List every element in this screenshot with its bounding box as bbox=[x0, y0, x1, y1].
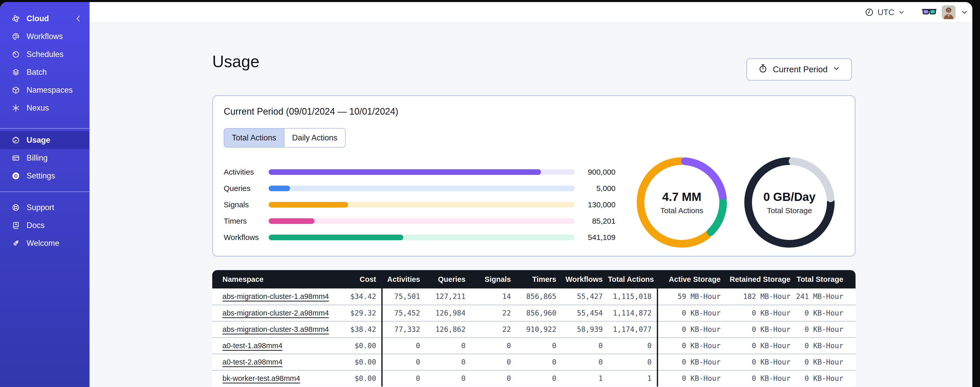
sidebar-item-support[interactable]: Support bbox=[0, 198, 89, 216]
table-cell: 0 bbox=[471, 337, 516, 354]
chevron-down-icon bbox=[832, 65, 840, 74]
table-cell: 0 KB-Hour bbox=[657, 305, 726, 321]
bar-track bbox=[269, 186, 575, 191]
column-header-activities: Activities bbox=[382, 270, 425, 288]
total-actions-label: Total Actions bbox=[660, 206, 703, 215]
sidebar-item-workflows[interactable]: Workflows bbox=[0, 27, 89, 45]
sidebar-account-group: UsageBillingSettings bbox=[0, 129, 89, 192]
table-cell: 0 KB-Hour bbox=[657, 354, 726, 370]
table-cell: 0 KB-Hour bbox=[795, 354, 856, 370]
table-cell: 0 bbox=[516, 337, 562, 354]
table-cell: 0 KB-Hour bbox=[726, 370, 795, 387]
bar-category-label: Queries bbox=[224, 184, 269, 193]
batch-layers-icon bbox=[11, 68, 21, 77]
column-header-total-actions: Total Actions bbox=[608, 270, 657, 288]
tab-total-actions[interactable]: Total Actions bbox=[224, 129, 284, 147]
bar-row-queries: Queries5,000 bbox=[224, 180, 616, 197]
settings-gear-icon bbox=[11, 171, 21, 181]
column-header-workflows: Workflows bbox=[562, 270, 608, 288]
table-row: a0-test-1.a98mm4$0.000000000 KB-Hour0 KB… bbox=[212, 337, 856, 354]
table-row: bk-worker-test.a98mm4$0.000000110 KB-Hou… bbox=[212, 370, 856, 387]
bar-category-label: Signals bbox=[224, 200, 269, 209]
namespace-link[interactable]: bk-worker-test.a98mm4 bbox=[223, 374, 300, 382]
sidebar-item-cloud[interactable]: Cloud bbox=[0, 10, 89, 27]
bar-row-activities: Activities900,000 bbox=[224, 164, 616, 180]
table-cell: 0 bbox=[562, 354, 608, 370]
chevron-down-icon bbox=[898, 9, 905, 16]
table-cell: 0 KB-Hour bbox=[795, 305, 856, 321]
sidebar-item-label: Nexus bbox=[27, 103, 49, 113]
table-cell: 55,454 bbox=[562, 305, 608, 321]
table-cell: 0 bbox=[382, 337, 425, 354]
sidebar-item-label: Batch bbox=[27, 68, 47, 77]
namespace-usage-table: NamespaceCostActivitiesQueriesSignalsTim… bbox=[212, 270, 856, 387]
collapse-sidebar-icon[interactable] bbox=[74, 14, 83, 23]
bar-row-signals: Signals130,000 bbox=[224, 197, 616, 213]
table-cell: 22 bbox=[471, 305, 516, 321]
sidebar-item-billing[interactable]: Billing bbox=[0, 149, 89, 167]
table-cell: 77,332 bbox=[382, 321, 425, 337]
timezone-selector[interactable]: UTC bbox=[865, 8, 905, 17]
tab-daily-actions[interactable]: Daily Actions bbox=[284, 129, 345, 147]
namespace-link[interactable]: a0-test-2.a98mm4 bbox=[223, 358, 282, 366]
table-cell: 0 bbox=[562, 337, 608, 354]
total-storage-donut: 0 GB/Day Total Storage bbox=[740, 154, 838, 251]
usage-gauge-icon bbox=[11, 136, 21, 145]
bar-row-timers: Timers85,201 bbox=[224, 213, 616, 229]
column-header-signals: Signals bbox=[471, 270, 516, 288]
namespace-link[interactable]: a0-test-1.a98mm4 bbox=[223, 342, 282, 350]
table-cell: 0 KB-Hour bbox=[726, 305, 795, 321]
table-cell: 0 KB-Hour bbox=[726, 337, 795, 354]
table-cell: 0 KB-Hour bbox=[657, 370, 726, 387]
table-cell: 910,922 bbox=[516, 321, 562, 337]
table-cell: 0 KB-Hour bbox=[795, 370, 856, 387]
table-row: abs-migration-cluster-1.a98mm4$34.4275,5… bbox=[212, 288, 856, 305]
bar-category-label: Activities bbox=[224, 168, 269, 176]
table-cell: $0.00 bbox=[329, 354, 382, 370]
dev-glasses-icon[interactable] bbox=[922, 7, 937, 18]
sidebar-item-welcome[interactable]: Welcome bbox=[0, 234, 89, 252]
sidebar-item-namespaces[interactable]: Namespaces bbox=[0, 81, 89, 99]
bar-row-workflows: Workflows541,109 bbox=[224, 229, 616, 246]
docs-book-icon bbox=[11, 221, 21, 230]
period-selector-button[interactable]: Current Period bbox=[746, 58, 852, 81]
sidebar-item-batch[interactable]: Batch bbox=[0, 63, 89, 81]
workflows-spiral-icon bbox=[11, 32, 21, 41]
sidebar-item-label: Workflows bbox=[27, 32, 63, 41]
column-header-total-storage: Total Storage bbox=[795, 270, 856, 288]
column-header-timers: Timers bbox=[516, 270, 562, 288]
column-header-namespace: Namespace bbox=[212, 270, 329, 288]
sidebar-item-schedules[interactable]: Schedules bbox=[0, 45, 89, 63]
table-cell: $0.00 bbox=[329, 337, 382, 354]
table-cell: 14 bbox=[471, 288, 516, 305]
table-cell: 856,865 bbox=[516, 288, 562, 305]
sidebar-item-docs[interactable]: Docs bbox=[0, 216, 89, 234]
table-cell: $29.32 bbox=[329, 305, 382, 321]
table-cell: 126,862 bbox=[425, 321, 471, 337]
namespace-link[interactable]: abs-migration-cluster-1.a98mm4 bbox=[223, 292, 329, 301]
app-window: CloudWorkflowsSchedulesBatchNamespacesNe… bbox=[0, 2, 972, 387]
welcome-rocket-icon bbox=[11, 239, 21, 248]
table-cell: 59 MB-Hour bbox=[657, 288, 726, 305]
namespace-link[interactable]: abs-migration-cluster-2.a98mm4 bbox=[223, 309, 329, 317]
billing-card-icon bbox=[11, 154, 21, 163]
sidebar-item-settings[interactable]: Settings bbox=[0, 167, 89, 185]
bar-category-label: Timers bbox=[224, 217, 269, 225]
table-cell: 0 bbox=[471, 354, 516, 370]
sidebar-item-usage[interactable]: Usage bbox=[0, 131, 89, 149]
account-menu-chevron-icon[interactable] bbox=[961, 8, 968, 16]
clock-icon bbox=[865, 8, 874, 17]
namespace-link[interactable]: abs-migration-cluster-3.a98mm4 bbox=[223, 325, 329, 333]
sidebar-item-nexus[interactable]: Nexus bbox=[0, 99, 89, 117]
current-period-card: Current Period (09/01/2024 — 10/01/2024)… bbox=[212, 95, 856, 257]
sidebar: CloudWorkflowsSchedulesBatchNamespacesNe… bbox=[0, 2, 90, 387]
bar-value: 85,201 bbox=[575, 217, 616, 225]
user-avatar[interactable] bbox=[942, 5, 956, 19]
table-cell: $34.42 bbox=[329, 288, 382, 305]
actions-bar-chart: Activities900,000Queries5,000Signals130,… bbox=[224, 164, 616, 246]
table-cell: $0.00 bbox=[329, 370, 382, 387]
total-storage-label: Total Storage bbox=[767, 206, 812, 215]
timezone-label: UTC bbox=[877, 8, 894, 17]
table-cell: 0 bbox=[425, 354, 471, 370]
table-cell: 182 MB-Hour bbox=[726, 288, 795, 305]
